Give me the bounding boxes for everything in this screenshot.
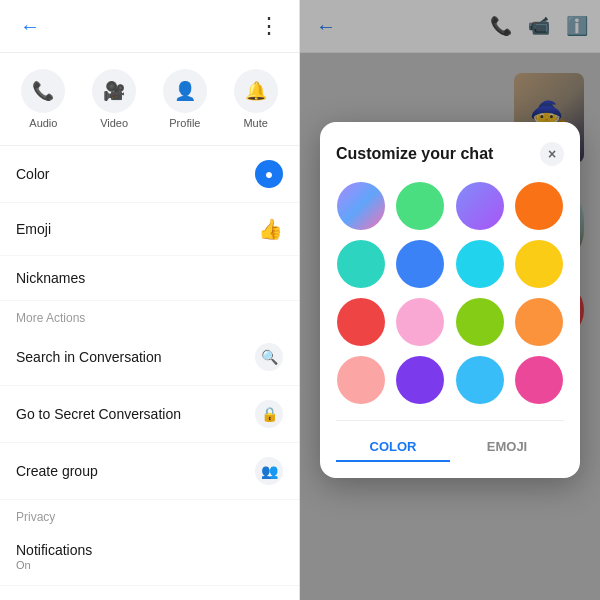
secret-title: Go to Secret Conversation — [16, 406, 181, 422]
back-button[interactable]: ← — [16, 12, 44, 40]
profile-action[interactable]: 👤 Profile — [163, 69, 207, 129]
mute-icon: 🔔 — [234, 69, 278, 113]
color-option-orange[interactable] — [515, 182, 563, 230]
mute-label: Mute — [243, 117, 267, 129]
color-menu-item[interactable]: Color ● — [0, 146, 299, 203]
more-actions-section: More Actions — [0, 301, 299, 329]
customize-chat-modal: Customize your chat × — [320, 122, 580, 478]
notifications-item[interactable]: Notifications On — [0, 528, 299, 586]
lock-icon: 🔒 — [255, 400, 283, 428]
emoji-menu-item[interactable]: Emoji 👍 — [0, 203, 299, 256]
audio-icon: 📞 — [21, 69, 65, 113]
color-grid — [336, 182, 564, 404]
left-header: ← ⋮ — [0, 0, 299, 53]
create-group-title: Create group — [16, 463, 98, 479]
mute-action[interactable]: 🔔 Mute — [234, 69, 278, 129]
profile-icon: 👤 — [163, 69, 207, 113]
color-option-yellow[interactable] — [515, 240, 563, 288]
profile-label: Profile — [169, 117, 200, 129]
color-option-violet[interactable] — [396, 356, 444, 404]
search-title: Search in Conversation — [16, 349, 162, 365]
ignore-messages-item[interactable]: Ignore Messages 🚫 — [0, 586, 299, 600]
video-action[interactable]: 🎥 Video — [92, 69, 136, 129]
color-indicator: ● — [255, 160, 283, 188]
emoji-title: Emoji — [16, 221, 51, 237]
video-label: Video — [100, 117, 128, 129]
color-option-lime[interactable] — [456, 298, 504, 346]
audio-label: Audio — [29, 117, 57, 129]
color-option-pink[interactable] — [396, 298, 444, 346]
tab-emoji[interactable]: EMOJI — [450, 433, 564, 462]
secret-conversation-item[interactable]: Go to Secret Conversation 🔒 — [0, 386, 299, 443]
thumbs-up-icon: 👍 — [258, 217, 283, 241]
notifications-sub: On — [16, 559, 92, 571]
create-group-item[interactable]: Create group 👥 — [0, 443, 299, 500]
tab-color[interactable]: COLOR — [336, 433, 450, 462]
color-option-cyan[interactable] — [456, 240, 504, 288]
action-icons-row: 📞 Audio 🎥 Video 👤 Profile 🔔 Mute — [0, 53, 299, 146]
color-option-red[interactable] — [337, 298, 385, 346]
color-option-green[interactable] — [396, 182, 444, 230]
audio-action[interactable]: 📞 Audio — [21, 69, 65, 129]
color-option-blue-purple[interactable] — [456, 182, 504, 230]
color-option-blue[interactable] — [396, 240, 444, 288]
color-title: Color — [16, 166, 49, 182]
color-option-gradient-purple[interactable] — [337, 182, 385, 230]
modal-tabs: COLOR EMOJI — [336, 420, 564, 462]
color-option-salmon[interactable] — [337, 356, 385, 404]
video-icon: 🎥 — [92, 69, 136, 113]
color-option-magenta[interactable] — [515, 356, 563, 404]
search-conversation-item[interactable]: Search in Conversation 🔍 — [0, 329, 299, 386]
privacy-section: Privacy — [0, 500, 299, 528]
search-icon: 🔍 — [255, 343, 283, 371]
right-panel: ← 📞 📹 ℹ️ 🧙 🐦 😡 Customize your chat × — [300, 0, 600, 600]
group-icon: 👥 — [255, 457, 283, 485]
nicknames-menu-item[interactable]: Nicknames — [0, 256, 299, 301]
color-option-sky[interactable] — [456, 356, 504, 404]
left-panel: ← ⋮ 📞 Audio 🎥 Video 👤 Profile 🔔 Mute Col… — [0, 0, 300, 600]
modal-overlay: Customize your chat × — [300, 0, 600, 600]
modal-close-button[interactable]: × — [540, 142, 564, 166]
modal-title: Customize your chat — [336, 145, 493, 163]
color-option-orange2[interactable] — [515, 298, 563, 346]
notifications-title: Notifications — [16, 542, 92, 558]
nicknames-title: Nicknames — [16, 270, 85, 286]
modal-header: Customize your chat × — [336, 142, 564, 166]
color-option-teal[interactable] — [337, 240, 385, 288]
more-button[interactable]: ⋮ — [255, 12, 283, 40]
